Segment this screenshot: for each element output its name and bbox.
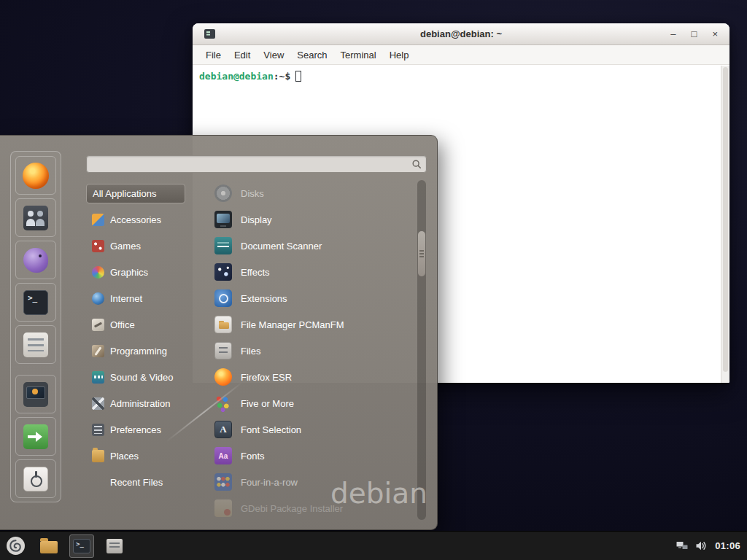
- places-icon: [92, 450, 104, 462]
- log-out-icon: [23, 424, 48, 449]
- category-label: Sound & Video: [110, 372, 174, 383]
- close-button[interactable]: ×: [712, 23, 718, 45]
- application-list-scrollbar[interactable]: [417, 180, 426, 520]
- minimize-button[interactable]: –: [670, 23, 676, 45]
- terminal-scrollbar-thumb[interactable]: [723, 67, 728, 372]
- gdebi-icon: [214, 499, 232, 517]
- favorite-software[interactable]: [15, 325, 56, 364]
- category-places[interactable]: Places: [86, 443, 185, 469]
- app-display[interactable]: Display: [193, 206, 414, 233]
- category-label: Administration: [110, 398, 170, 409]
- category-programming[interactable]: Programming: [86, 338, 185, 364]
- terminal-title: debian@debian: ~: [193, 28, 729, 39]
- category-administration[interactable]: Administration: [86, 390, 185, 416]
- app-five-or-more[interactable]: Five or More: [193, 390, 414, 416]
- four-in-a-row-icon: [214, 473, 232, 491]
- menu-file[interactable]: File: [199, 45, 228, 65]
- category-label: Graphics: [110, 267, 148, 278]
- app-label: Four-in-a-row: [241, 477, 298, 488]
- software-icon: [23, 332, 48, 357]
- category-label: Preferences: [110, 424, 161, 435]
- session-shut-down[interactable]: [15, 459, 56, 498]
- menu-terminal[interactable]: Terminal: [334, 45, 383, 65]
- firefox-icon: [23, 163, 49, 189]
- category-graphics[interactable]: Graphics: [86, 259, 185, 285]
- category-label: Programming: [110, 346, 167, 357]
- menu-button[interactable]: [2, 533, 28, 559]
- category-sound-video[interactable]: Sound & Video: [86, 364, 185, 390]
- system-tray: 01:06: [676, 540, 747, 551]
- volume-icon[interactable]: [696, 541, 707, 551]
- application-list: Disks Display Document Scanner Effects E…: [193, 180, 414, 520]
- app-firefox-esr[interactable]: Firefox ESR: [193, 364, 414, 390]
- category-all-applications[interactable]: All Applications: [86, 184, 185, 203]
- firefox-icon: [214, 368, 232, 386]
- taskbar-terminal-button[interactable]: [69, 534, 94, 558]
- graphics-icon: [92, 266, 104, 279]
- terminal-scrollbar[interactable]: [721, 66, 729, 383]
- taskbar-files-button[interactable]: [102, 534, 127, 558]
- office-icon: [92, 319, 104, 331]
- taskbar-file-manager-button[interactable]: [36, 534, 61, 558]
- favorite-firefox[interactable]: [15, 156, 56, 195]
- menu-edit[interactable]: Edit: [228, 45, 257, 65]
- favorite-pidgin[interactable]: [15, 241, 56, 279]
- app-effects[interactable]: Effects: [193, 259, 414, 285]
- app-files[interactable]: Files: [193, 338, 414, 364]
- terminal-app-icon: [204, 29, 215, 39]
- category-accessories[interactable]: Accessories: [86, 206, 185, 233]
- window-controls: – □ ×: [670, 23, 729, 45]
- category-office[interactable]: Office: [86, 311, 185, 338]
- file-manager-icon: [214, 316, 232, 333]
- terminal-cursor: [295, 71, 301, 82]
- menu-view[interactable]: View: [257, 45, 290, 65]
- maximize-button[interactable]: □: [692, 23, 697, 45]
- category-games[interactable]: Games: [86, 233, 185, 259]
- app-gdebi-package-installer[interactable]: GDebi Package Installer: [193, 495, 414, 520]
- app-font-selection[interactable]: Font Selection: [193, 416, 414, 443]
- app-file-manager-pcmanfm[interactable]: File Manager PCManFM: [193, 311, 414, 338]
- app-disks[interactable]: Disks: [193, 180, 414, 206]
- preferences-icon: [92, 424, 104, 436]
- display-icon: [214, 211, 232, 228]
- app-four-in-a-row[interactable]: Four-in-a-row: [193, 469, 414, 495]
- terminal-titlebar[interactable]: debian@debian: ~ – □ ×: [193, 23, 729, 45]
- app-document-scanner[interactable]: Document Scanner: [193, 233, 414, 259]
- app-extensions[interactable]: Extensions: [193, 285, 414, 311]
- terminal-prompt-line: debian@debian:~$: [193, 66, 729, 82]
- app-label: File Manager PCManFM: [241, 319, 344, 330]
- app-fonts[interactable]: Fonts: [193, 443, 414, 469]
- category-preferences[interactable]: Preferences: [86, 416, 185, 443]
- app-label: Five or More: [241, 398, 294, 409]
- session-log-out[interactable]: [15, 417, 56, 456]
- debian-swirl-icon: [6, 536, 26, 556]
- sound-video-icon: [92, 371, 104, 384]
- favorite-users[interactable]: [15, 198, 56, 237]
- document-scanner-icon: [214, 237, 232, 254]
- internet-icon: [92, 292, 104, 305]
- network-icon[interactable]: [676, 541, 688, 551]
- session-lock-screen[interactable]: [15, 375, 56, 413]
- clock[interactable]: 01:06: [715, 540, 740, 551]
- category-recent-files[interactable]: Recent Files: [86, 469, 185, 495]
- favorite-terminal[interactable]: [15, 283, 56, 322]
- category-label: Internet: [110, 293, 142, 304]
- files-icon: [107, 539, 123, 553]
- category-label: Recent Files: [110, 477, 163, 488]
- scrollbar-thumb[interactable]: [418, 231, 425, 276]
- category-label: All Applications: [93, 188, 156, 199]
- menu-search-box: [86, 155, 427, 173]
- favorites-column: [10, 151, 61, 502]
- app-label: Document Scanner: [241, 241, 322, 252]
- prompt-path: :~$: [274, 71, 290, 82]
- menu-help[interactable]: Help: [383, 45, 416, 65]
- menu-search-input[interactable]: [87, 156, 426, 172]
- category-internet[interactable]: Internet: [86, 285, 185, 311]
- app-label: Extensions: [241, 293, 287, 304]
- app-label: Display: [241, 214, 272, 225]
- app-label: GDebi Package Installer: [241, 503, 343, 514]
- terminal-icon: [73, 539, 90, 553]
- fonts-icon: [214, 447, 232, 464]
- menu-search[interactable]: Search: [290, 45, 333, 65]
- app-label: Fonts: [241, 451, 265, 462]
